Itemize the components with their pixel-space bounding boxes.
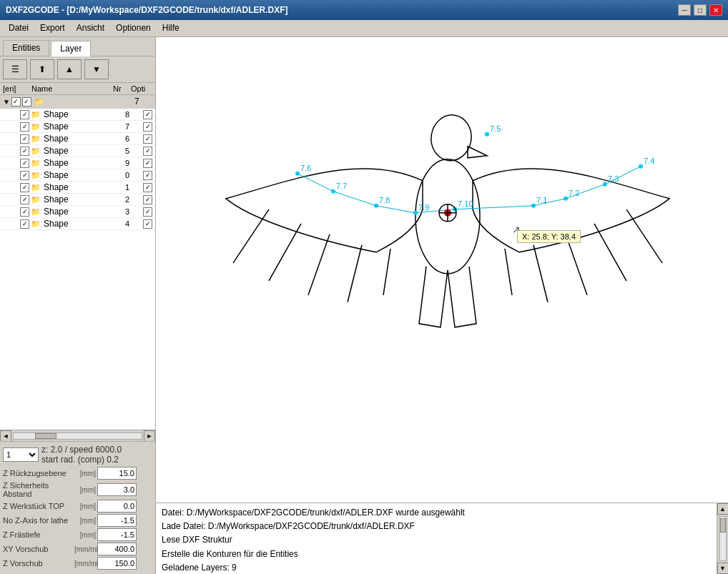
tree-item-opt-8[interactable] xyxy=(143,207,152,217)
tree-item-checkbox-1[interactable] xyxy=(20,122,29,132)
param-input-6[interactable] xyxy=(97,557,137,570)
minimize-button[interactable]: ─ xyxy=(678,4,691,16)
param-row-6: Z Vorschub [mm/min] xyxy=(3,557,152,570)
speed-select[interactable]: 1 xyxy=(3,447,39,462)
param-input-3[interactable] xyxy=(97,514,137,527)
tree-item-checkbox-4[interactable] xyxy=(20,159,29,168)
tree-items-container: 📁 Shape 8 📁 Shape 7 📁 Shape 6 📁 Shape 5 … xyxy=(0,109,155,230)
menu-hilfe[interactable]: Hilfe xyxy=(157,21,185,35)
scroll-right-btn[interactable]: ► xyxy=(144,430,155,442)
tree-item-checkbox-9[interactable] xyxy=(20,219,29,229)
tree-item-opt-3[interactable] xyxy=(143,147,152,156)
tree-item-opt-1[interactable] xyxy=(143,122,152,132)
toolbar-btn-3[interactable]: ▲ xyxy=(57,59,82,79)
scroll-thumb[interactable] xyxy=(35,433,56,439)
param-input-2[interactable] xyxy=(97,500,137,513)
v-scroll-up-btn[interactable]: ▲ xyxy=(717,503,729,515)
param-label-3: No Z-Axis for lathe xyxy=(3,516,74,525)
tree-item: 📁 Shape 9 xyxy=(0,157,155,169)
right-panel: X: 25.8; Y: 38.4 ↗ Datei: D:/MyWorkspace… xyxy=(156,37,728,574)
toolbar-btn-1[interactable]: ☰ xyxy=(3,59,27,79)
tree-item-num-5: 0 xyxy=(125,171,143,179)
tree-item-opt-4[interactable] xyxy=(143,159,152,168)
tree-item-opt-5[interactable] xyxy=(143,171,152,180)
drawing-canvas xyxy=(156,37,728,366)
status-bar: Datei: D:/MyWorkspace/DXF2GCODE/trunk/dx… xyxy=(156,503,728,574)
param-input-0[interactable] xyxy=(97,467,137,480)
tree-item-num-1: 7 xyxy=(125,122,143,131)
param-input-5[interactable] xyxy=(97,543,137,555)
header-opti: Opti xyxy=(131,84,152,93)
menu-ansicht[interactable]: Ansicht xyxy=(71,21,110,35)
tree-root-vis-checkbox[interactable] xyxy=(22,97,31,107)
tree-item-checkbox-8[interactable] xyxy=(20,207,29,217)
param-row-5: XY Vorschub [mm/min] xyxy=(3,543,152,555)
header-en: [en] xyxy=(3,84,31,93)
tab-layer[interactable]: Layer xyxy=(51,41,91,56)
tree-item-checkbox-2[interactable] xyxy=(20,134,29,144)
status-scrollbar: ▲ ▼ xyxy=(717,503,728,574)
maximize-button[interactable]: □ xyxy=(694,4,707,16)
status-line: Lese DXF Struktur xyxy=(162,533,711,547)
tree-item-opt-9[interactable] xyxy=(143,219,152,229)
canvas-area: X: 25.8; Y: 38.4 ↗ xyxy=(156,37,728,503)
tree-item-checkbox-6[interactable] xyxy=(20,183,29,192)
toolbar-btn-2[interactable]: ⬆ xyxy=(30,59,54,79)
menu-export[interactable]: Export xyxy=(34,21,71,35)
scroll-left-btn[interactable]: ◄ xyxy=(0,430,11,442)
tree-item-opt-7[interactable] xyxy=(143,195,152,204)
status-line: Erstelle die Konturen für die Entities xyxy=(162,548,711,561)
h-scrollbar[interactable]: ◄ ► xyxy=(0,430,155,441)
tree-item: 📁 Shape 2 xyxy=(0,194,155,206)
v-scroll-track[interactable] xyxy=(719,516,727,561)
tree-item-label-4: Shape xyxy=(44,158,125,168)
folder-icon: 📁 xyxy=(34,97,44,107)
v-scroll-thumb[interactable] xyxy=(720,518,726,533)
folder-icon-0: 📁 xyxy=(31,110,41,119)
tree-item-checkbox-0[interactable] xyxy=(20,110,29,119)
tree-item-opt-2[interactable] xyxy=(143,134,152,144)
list-up-icon: ⬆ xyxy=(39,64,46,74)
tree-item-checkbox-5[interactable] xyxy=(20,171,29,180)
toolbar-btn-4[interactable]: ▼ xyxy=(84,59,109,79)
speed-info: z: 2.0 / speed 6000.0 start rad. (comp) … xyxy=(41,445,152,465)
param-unit-2: [mm] xyxy=(74,503,96,510)
title-bar-controls: ─ □ ✕ xyxy=(678,4,722,16)
param-label-1: Z Sicherheits Abstand xyxy=(3,481,74,498)
down-icon: ▼ xyxy=(92,64,101,74)
tree-item-opt-6[interactable] xyxy=(143,183,152,192)
param-unit-6: [mm/min] xyxy=(74,560,96,568)
tree-item-checkbox-3[interactable] xyxy=(20,147,29,156)
param-label-5: XY Vorschub xyxy=(3,545,74,553)
tree-expand-arrow[interactable]: ▼ xyxy=(3,98,10,106)
tab-entities[interactable]: Entities xyxy=(3,40,49,56)
scroll-track[interactable] xyxy=(13,432,142,440)
param-row-0: Z Rückzugsebene [mm] xyxy=(3,467,152,480)
folder-icon-6: 📁 xyxy=(31,183,41,192)
folder-icon-9: 📁 xyxy=(31,219,41,229)
status-text: Datei: D:/MyWorkspace/DXF2GCODE/trunk/dx… xyxy=(156,503,717,574)
param-unit-5: [mm/min] xyxy=(74,545,96,553)
tree-item-label-7: Shape xyxy=(44,194,125,204)
param-input-4[interactable] xyxy=(97,528,137,541)
menu-bar: Datei Export Ansicht Optionen Hilfe xyxy=(0,20,728,37)
param-row-1: Z Sicherheits Abstand [mm] xyxy=(3,481,152,498)
close-button[interactable]: ✕ xyxy=(709,4,722,16)
menu-optionen[interactable]: Optionen xyxy=(110,21,157,35)
tree-item: 📁 Shape 5 xyxy=(0,145,155,157)
v-scroll-down-btn[interactable]: ▼ xyxy=(717,563,729,574)
menu-datei[interactable]: Datei xyxy=(3,21,34,35)
status-line: Datei: D:/MyWorkspace/DXF2GCODE/trunk/dx… xyxy=(162,506,711,520)
tree-item-opt-0[interactable] xyxy=(143,110,152,119)
tree-root-checkbox[interactable] xyxy=(11,97,21,107)
param-unit-3: [mm] xyxy=(74,517,96,525)
param-input-1[interactable] xyxy=(97,483,137,496)
layer-header: [en] Name Nr Opti xyxy=(0,83,155,95)
tree-item: 📁 Shape 1 xyxy=(0,182,155,194)
tree-item-checkbox-7[interactable] xyxy=(20,195,29,204)
tree-item-label-2: Shape xyxy=(44,134,125,144)
title-bar: DXF2GCODE - [D:/MyWorkspace/DXF2GCODE/tr… xyxy=(0,0,728,20)
tree-item-label-6: Shape xyxy=(44,182,125,192)
list-icon: ☰ xyxy=(11,64,19,74)
param-unit-1: [mm] xyxy=(74,486,96,494)
